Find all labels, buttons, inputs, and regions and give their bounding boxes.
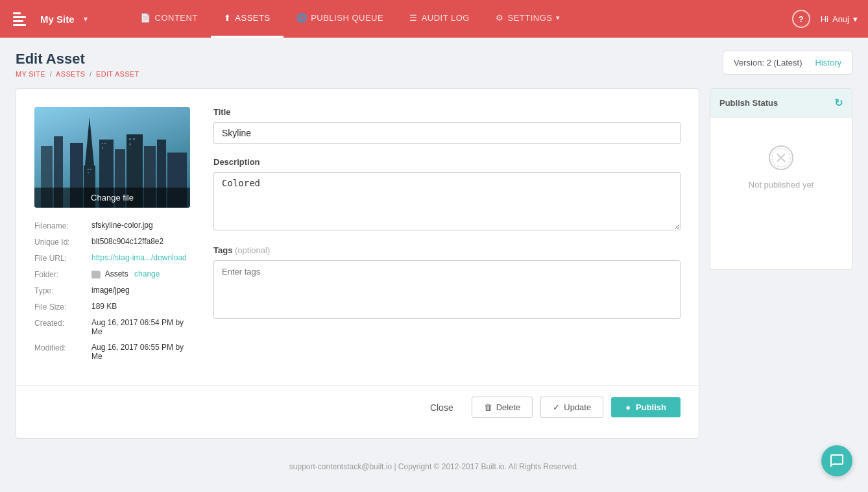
filename-label: Filename:	[34, 221, 86, 230]
page-title: Edit Asset	[16, 51, 139, 68]
publish-button[interactable]: ● Publish	[611, 397, 681, 417]
svg-rect-21	[129, 138, 131, 140]
title-group: Title	[213, 107, 681, 144]
close-button[interactable]: Close	[420, 397, 464, 418]
history-link[interactable]: History	[815, 58, 841, 68]
tags-container[interactable]	[213, 260, 681, 319]
page-header: Edit Asset MY SITE / ASSETS / EDIT ASSET…	[16, 51, 852, 78]
not-published-icon	[767, 143, 795, 172]
topnav-right: ? Hi Anuj ▾	[792, 10, 858, 28]
logo-icon	[10, 7, 34, 31]
content-icon: 📄	[140, 13, 151, 23]
site-logo[interactable]: My Site ▾	[10, 7, 127, 31]
user-name: Anuj	[832, 14, 849, 24]
meta-file-size: File Size: 189 KB	[34, 302, 190, 312]
user-menu[interactable]: Hi Anuj ▾	[821, 14, 858, 24]
meta-file-url: File URL: https://stag-ima.../download	[34, 253, 190, 263]
settings-icon: ⚙	[496, 13, 504, 23]
page-title-section: Edit Asset MY SITE / ASSETS / EDIT ASSET	[16, 51, 139, 78]
description-group: Description Colored	[213, 157, 681, 232]
description-textarea[interactable]: Colored	[213, 172, 681, 230]
delete-icon: 🗑	[484, 402, 492, 412]
version-box: Version: 2 (Latest) History	[723, 51, 852, 75]
tags-group: Tags (optional)	[213, 245, 681, 319]
file-url-label: File URL:	[34, 253, 86, 263]
page-content: Edit Asset MY SITE / ASSETS / EDIT ASSET…	[0, 38, 868, 452]
file-size-value: 189 KB	[91, 302, 190, 311]
not-published-text: Not published yet	[749, 180, 814, 190]
meta-modified: Modified: Aug 16, 2017 06:55 PM by Me	[34, 343, 190, 361]
breadcrumb-edit-asset: EDIT ASSET	[96, 70, 139, 78]
svg-rect-1	[13, 16, 26, 18]
nav-content-label: CONTENT	[155, 13, 198, 23]
publish-status-body: Not published yet	[710, 117, 852, 215]
svg-rect-0	[13, 12, 21, 14]
help-button[interactable]: ?	[792, 10, 810, 28]
meta-folder: Folder: Assets change	[34, 269, 190, 279]
tags-label: Tags (optional)	[213, 245, 681, 255]
description-label: Description	[213, 157, 681, 167]
update-button[interactable]: ✓ Update	[540, 397, 603, 418]
svg-marker-6	[85, 117, 94, 166]
nav-audit-log-label: AUDIT LOG	[422, 13, 470, 23]
update-icon: ✓	[553, 402, 560, 412]
svg-rect-23	[129, 143, 131, 145]
publish-queue-icon: 🌐	[296, 13, 307, 23]
nav-assets[interactable]: ⬆ ASSETS	[211, 0, 283, 38]
folder-label: Folder:	[34, 269, 86, 279]
form-section: Title Description Colored Tags (optional…	[213, 107, 681, 367]
topnav: My Site ▾ 📄 CONTENT ⬆ ASSETS 🌐 PUBLISH Q…	[0, 0, 868, 38]
publish-status-title: Publish Status	[719, 98, 778, 108]
created-value: Aug 16, 2017 06:54 PM by Me	[91, 318, 190, 336]
chat-button[interactable]	[821, 445, 852, 476]
nav-settings[interactable]: ⚙ SETTINGS ▾	[483, 0, 573, 38]
image-section: Change file Filename: sfskyline-color.jp…	[34, 107, 190, 367]
filename-value: sfskyline-color.jpg	[91, 221, 190, 230]
breadcrumb-mysite[interactable]: MY SITE	[16, 70, 45, 78]
publish-icon: ●	[625, 402, 631, 412]
tags-input[interactable]	[222, 267, 331, 277]
type-label: Type:	[34, 286, 86, 295]
nav-audit-log[interactable]: ☰ AUDIT LOG	[396, 0, 483, 38]
file-url-value[interactable]: https://stag-ima.../download	[91, 253, 190, 262]
user-dropdown-icon: ▾	[853, 14, 858, 24]
user-greeting: Hi	[821, 14, 828, 24]
folder-value: Assets change	[91, 269, 190, 278]
svg-rect-15	[88, 169, 89, 170]
title-input[interactable]	[213, 122, 681, 144]
breadcrumb-assets[interactable]: ASSETS	[56, 70, 85, 78]
svg-rect-18	[102, 143, 103, 144]
nav-assets-label: ASSETS	[235, 13, 270, 23]
asset-image-container: Change file	[34, 107, 190, 208]
svg-rect-3	[13, 24, 26, 26]
version-label: Version: 2 (Latest)	[734, 58, 802, 68]
settings-dropdown-icon: ▾	[556, 14, 561, 22]
site-dropdown-icon[interactable]: ▾	[84, 15, 88, 23]
meta-unique-id: Unique Id: blt508c904c12ffa8e2	[34, 237, 190, 247]
delete-button[interactable]: 🗑 Delete	[472, 397, 533, 418]
change-folder-link[interactable]: change	[134, 269, 160, 278]
nav-links: 📄 CONTENT ⬆ ASSETS 🌐 PUBLISH QUEUE ☰ AUD…	[127, 0, 792, 38]
file-size-label: File Size:	[34, 302, 86, 312]
file-meta: Filename: sfskyline-color.jpg Unique Id:…	[34, 221, 190, 361]
card-area: Change file Filename: sfskyline-color.jp…	[16, 88, 852, 439]
publish-status-box: Publish Status ↻ Not published yet	[710, 88, 852, 270]
created-label: Created:	[34, 318, 86, 328]
svg-rect-16	[90, 169, 91, 170]
nav-content[interactable]: 📄 CONTENT	[127, 0, 211, 38]
main-card-body: Change file Filename: sfskyline-color.jp…	[16, 89, 699, 386]
modified-value: Aug 16, 2017 06:55 PM by Me	[91, 343, 190, 361]
unique-id-value: blt508c904c12ffa8e2	[91, 237, 190, 246]
change-file-button[interactable]: Change file	[34, 188, 190, 208]
modified-label: Modified:	[34, 343, 86, 352]
refresh-icon[interactable]: ↻	[834, 97, 843, 109]
nav-publish-queue[interactable]: 🌐 PUBLISH QUEUE	[283, 0, 396, 38]
main-card: Change file Filename: sfskyline-color.jp…	[16, 88, 699, 439]
meta-created: Created: Aug 16, 2017 06:54 PM by Me	[34, 318, 190, 336]
copyright-text: support-contentstack@built.io | Copyrigh…	[289, 462, 579, 471]
site-footer: support-contentstack@built.io | Copyrigh…	[0, 452, 868, 482]
svg-rect-20	[102, 147, 103, 149]
site-name: My Site	[40, 14, 75, 25]
meta-filename: Filename: sfskyline-color.jpg	[34, 221, 190, 230]
svg-rect-22	[133, 138, 135, 140]
